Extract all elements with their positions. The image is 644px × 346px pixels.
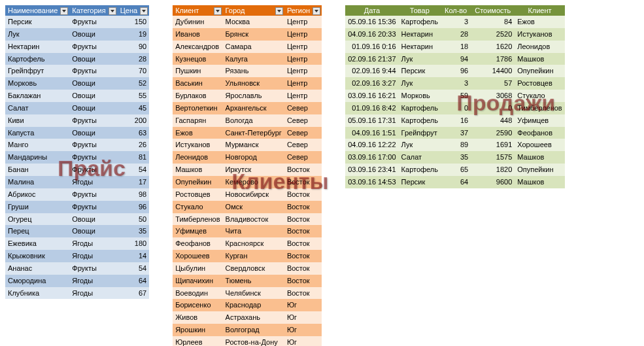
table-row: ГрейпфрутФрукты70 — [5, 65, 149, 77]
column-header[interactable]: Цена — [118, 5, 149, 16]
table-cell: Волгоград — [223, 324, 284, 336]
table-cell: 28 — [441, 28, 471, 41]
table-cell: Живов — [173, 311, 222, 324]
table-cell: Ягоды — [69, 176, 117, 188]
table-cell: 54 — [118, 164, 149, 176]
table-row: НектаринФрукты90 — [5, 41, 149, 53]
table-cell: 03.09.16 17:00 — [345, 151, 398, 164]
table-cell: 03.09.16 16:21 — [345, 90, 398, 102]
table-row: ЮрлеевРостов-на-ДонуЮг — [173, 336, 322, 346]
table-cell: Москва — [223, 16, 284, 28]
table-cell: Малина — [5, 176, 69, 188]
table-cell: 17 — [118, 176, 149, 188]
table-cell: Фрукты — [69, 188, 117, 201]
table-cell: Ульяновск — [223, 77, 284, 90]
table-cell: Свердловск — [223, 262, 284, 275]
column-header: Кол-во — [441, 5, 471, 16]
sales-table: ДатаТоварКол-воСтоимостьКлиент 05.09.16 … — [345, 5, 565, 188]
filter-dropdown-icon[interactable] — [214, 7, 222, 15]
table-cell: Мандарины — [5, 151, 69, 164]
table-row: МорковьОвощи52 — [5, 77, 149, 90]
table-row: ОпупейкинКемеровоВосток — [173, 176, 322, 188]
table-cell: Леонидов — [173, 151, 222, 164]
column-header[interactable]: Категория — [69, 5, 117, 16]
table-cell: Картофель — [5, 53, 69, 65]
table-cell: Фрукты — [69, 114, 117, 127]
table-row: КрыжовникЯгоды14 — [5, 250, 149, 262]
table-cell: Леонидов — [515, 41, 564, 53]
table-row: ПерсикФрукты150 — [5, 16, 149, 28]
table-cell: 03.09.16 23:41 — [345, 164, 398, 176]
table-cell: Уфимцев — [515, 114, 564, 127]
table-cell: Лук — [399, 53, 441, 65]
table-cell: 63 — [118, 127, 149, 139]
table-cell: Ростов-на-Дону — [223, 336, 284, 346]
table-row: КивиФрукты200 — [5, 114, 149, 127]
filter-dropdown-icon[interactable] — [313, 7, 320, 15]
table-row: ХорошеевКурганВосток — [173, 250, 322, 262]
table-cell: Север — [284, 102, 322, 114]
table-cell: 200 — [118, 114, 149, 127]
table-cell: 3 — [441, 16, 471, 28]
table-row: РостовцевНовосибирскВосток — [173, 188, 322, 201]
table-cell: Санкт-Петербург — [223, 127, 284, 139]
column-header[interactable]: Клиент — [173, 5, 222, 16]
table-cell: Овощи — [69, 102, 117, 114]
table-cell: Фрукты — [69, 151, 117, 164]
table-cell: Хорошеев — [515, 139, 564, 151]
table-cell: 35 — [118, 225, 149, 237]
table-cell: 50 — [118, 213, 149, 226]
table-cell: Овощи — [69, 225, 117, 237]
filter-dropdown-icon[interactable] — [109, 7, 116, 15]
table-cell: 84 — [471, 16, 515, 28]
table-cell: Вологда — [223, 114, 284, 127]
table-cell: Перец — [5, 225, 69, 237]
table-cell: 64 — [441, 176, 471, 188]
table-cell: 45 — [118, 102, 149, 114]
filter-dropdown-icon[interactable] — [275, 7, 283, 15]
table-cell: Красноярск — [223, 237, 284, 250]
table-cell: Центр — [284, 41, 322, 53]
table-cell: Истуканов — [515, 28, 564, 41]
table-cell: Баклажан — [5, 90, 69, 102]
table-cell: Новгород — [223, 151, 284, 164]
table-cell: Ежов — [515, 16, 564, 28]
table-row: МашковИркутскВосток — [173, 164, 322, 176]
table-cell: Феофанов — [515, 127, 564, 139]
table-cell: Васькин — [173, 77, 222, 90]
table-cell: 150 — [118, 16, 149, 28]
table-cell: Машков — [515, 176, 564, 188]
filter-dropdown-icon[interactable] — [140, 7, 148, 15]
table-row: ИстукановМурманскСевер — [173, 139, 322, 151]
table-row: ВаськинУльяновскЦентр — [173, 77, 322, 90]
table-cell: 14 — [118, 250, 149, 262]
table-cell: Хорошеев — [173, 250, 222, 262]
column-header[interactable]: Город — [223, 5, 284, 16]
table-cell: Огурец — [5, 213, 69, 226]
table-cell: Лук — [5, 28, 69, 41]
table-cell: Юг — [284, 311, 322, 324]
filter-dropdown-icon[interactable] — [60, 7, 68, 15]
table-cell: Владивосток — [223, 213, 284, 226]
table-cell: Фрукты — [69, 41, 117, 53]
table-cell: Центр — [284, 90, 322, 102]
table-cell: Восток — [284, 164, 322, 176]
table-cell: Персик — [399, 176, 441, 188]
table-cell: Юг — [284, 324, 322, 336]
table-cell: Фрукты — [69, 164, 117, 176]
table-cell: 1691 — [471, 139, 515, 151]
table-cell: Фрукты — [69, 65, 117, 77]
column-header[interactable]: Наименование — [5, 5, 69, 16]
clients-table: КлиентГородРегион ДубининМоскваЦентрИван… — [173, 5, 322, 346]
table-row: ЛеонидовНовгородСевер — [173, 151, 322, 164]
table-cell: Тимберленов — [515, 102, 564, 114]
table-cell: 0 — [441, 102, 471, 114]
table-cell: Нектарин — [399, 28, 441, 41]
table-cell: Ярославль — [223, 90, 284, 102]
table-cell: Киви — [5, 114, 69, 127]
table-row: ФеофановКрасноярскВосток — [173, 237, 322, 250]
table-cell: Александров — [173, 41, 222, 53]
table-row: БорисенкоКраснодарЮг — [173, 299, 322, 311]
column-header[interactable]: Регион — [284, 5, 322, 16]
table-cell: Ананас — [5, 262, 69, 275]
